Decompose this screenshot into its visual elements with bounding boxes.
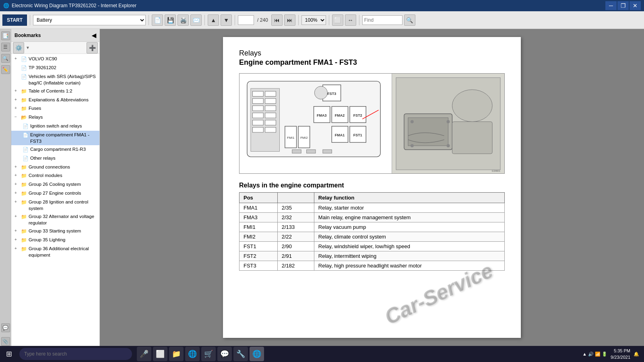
taskbar-tools-button[interactable]: 🔧 bbox=[233, 347, 248, 361]
collapse-icon[interactable]: ◀ bbox=[92, 32, 96, 39]
svg-rect-40 bbox=[452, 122, 492, 154]
tree-label-ground: Ground connections bbox=[29, 164, 98, 170]
expand-icon: + bbox=[14, 173, 20, 178]
taskbar-explorer-button[interactable]: 📁 bbox=[169, 347, 184, 361]
taskbar-search[interactable] bbox=[19, 348, 132, 360]
toolbar-separator-5 bbox=[298, 15, 299, 25]
tree-item-relays[interactable]: − 📂 Relays bbox=[11, 113, 99, 122]
minimize-button[interactable]: ─ bbox=[605, 1, 617, 10]
page-number-input[interactable]: 25 bbox=[238, 15, 254, 25]
folder-icon: 📁 bbox=[21, 246, 27, 253]
tree-item-group32[interactable]: + 📁 Group 32 Alternator and voltage regu… bbox=[11, 212, 99, 227]
toolbar-separator-7 bbox=[359, 15, 359, 25]
tree-label-other: Other relays bbox=[30, 155, 98, 161]
start-button[interactable]: START bbox=[2, 14, 27, 26]
taskbar-chrome-button[interactable]: 🌐 bbox=[185, 347, 200, 361]
page-total: / 240 bbox=[257, 17, 268, 23]
expand-icon: + bbox=[14, 246, 20, 251]
tree-item-cargo[interactable]: 📄 Cargo compartment R1-R3 bbox=[11, 145, 99, 154]
sidebar-settings-button[interactable]: ⚙️ bbox=[13, 42, 24, 53]
tree-label-group36: Group 36 Additional electrical equipment bbox=[29, 245, 98, 258]
fit-width-button[interactable]: ↔ bbox=[345, 14, 356, 26]
taskbar-task-button[interactable]: ⬜ bbox=[153, 347, 167, 361]
svg-text:FST2: FST2 bbox=[353, 113, 362, 117]
taskbar-store-button[interactable]: 🛒 bbox=[201, 347, 216, 361]
tree-item-toc[interactable]: + 📁 Table of Contents 1:2 bbox=[11, 87, 99, 96]
tree-item-group33[interactable]: + 📁 Group 33 Starting system bbox=[11, 227, 99, 236]
tree-label-group32: Group 32 Alternator and voltage regulato… bbox=[29, 213, 98, 226]
tree-item-control[interactable]: + 📁 Control modules bbox=[11, 171, 99, 180]
taskbar-apps: 🎤 ⬜ 📁 🌐 🛒 💬 🔧 🌐 bbox=[137, 347, 264, 361]
open-button[interactable]: 📄 bbox=[152, 14, 163, 26]
print-button[interactable]: 🖨️ bbox=[178, 14, 189, 26]
start-menu-button[interactable]: ⊞ bbox=[0, 346, 18, 362]
find-input[interactable] bbox=[362, 15, 402, 25]
svg-rect-31 bbox=[292, 150, 301, 153]
restore-button[interactable]: ❐ bbox=[617, 1, 629, 10]
relay-diagram-svg: FMI1 FMI2 FST3 FMA3 FMA2 bbox=[244, 78, 388, 160]
zoom-select[interactable]: 100% 75% 125% 150% bbox=[301, 15, 326, 25]
svg-text:FST3: FST3 bbox=[327, 92, 336, 96]
svg-rect-3 bbox=[265, 91, 276, 97]
sidebar-add-button[interactable]: ➕ bbox=[87, 42, 98, 53]
save-button[interactable]: 💾 bbox=[165, 14, 176, 26]
page-select[interactable]: Battery bbox=[33, 15, 146, 25]
next-button[interactable]: ▼ bbox=[221, 14, 232, 26]
notifications[interactable]: 🔔 bbox=[634, 352, 639, 357]
tree-item-fuses[interactable]: + 📁 Fuses bbox=[11, 104, 99, 113]
tree-item-group36[interactable]: + 📁 Group 36 Additional electrical equip… bbox=[11, 245, 99, 259]
tree-label-engine-comp: Engine compartment FMA1 - FST3 bbox=[30, 132, 98, 144]
last-page-button[interactable]: ⏭ bbox=[284, 14, 295, 26]
expand-icon: + bbox=[14, 56, 20, 62]
taskbar-mic-button[interactable]: 🎤 bbox=[137, 347, 151, 361]
svg-point-39 bbox=[452, 90, 492, 122]
col-function: Relay function bbox=[314, 193, 504, 203]
tree-item-volvo[interactable]: + 📄 VOLVO XC90 bbox=[11, 55, 99, 64]
tree-item-ground[interactable]: + 📁 Ground connections bbox=[11, 163, 99, 172]
tree-label-group28: Group 28 Ignition and control system bbox=[29, 199, 98, 212]
tree-item-group27[interactable]: + 📁 Group 27 Engine controls bbox=[11, 189, 99, 198]
first-page-button[interactable]: ⏮ bbox=[271, 14, 283, 26]
svg-text:FST1: FST1 bbox=[353, 133, 362, 137]
svg-point-43 bbox=[411, 144, 414, 147]
fit-page-button[interactable]: ⬜ bbox=[332, 14, 343, 26]
folder-icon: 📁 bbox=[21, 199, 27, 206]
table-row: FST3 2/182 Relay, high pressure headligh… bbox=[239, 261, 505, 271]
tree-item-other-relays[interactable]: 📄 Other relays bbox=[11, 154, 99, 163]
cell-ref: 2/182 bbox=[277, 261, 314, 271]
cell-pos: FST1 bbox=[239, 242, 278, 251]
titlebar-right: ─ ❐ ✕ bbox=[605, 1, 641, 10]
email-button[interactable]: ✉️ bbox=[190, 14, 202, 26]
comments-icon[interactable]: 💬 bbox=[1, 323, 10, 332]
svg-point-42 bbox=[447, 120, 450, 123]
tree-label-relays: Relays bbox=[29, 114, 98, 120]
toolbar-separator bbox=[30, 15, 30, 25]
attach-icon[interactable]: 📎 bbox=[1, 337, 10, 346]
tree-item-group35[interactable]: + 📁 Group 35 Lighting bbox=[11, 236, 99, 245]
cell-ref: 2/133 bbox=[277, 222, 314, 232]
folder-icon: 📁 bbox=[21, 105, 27, 112]
bookmarks-icon[interactable]: 📑 bbox=[1, 31, 10, 40]
prev-button[interactable]: ▲ bbox=[208, 14, 219, 26]
find-button[interactable]: 🔍 bbox=[404, 14, 415, 26]
tree-label-group27: Group 27 Engine controls bbox=[29, 190, 98, 196]
expand-icon: − bbox=[14, 114, 20, 120]
tree-item-group26[interactable]: + 📁 Group 26 Cooling system bbox=[11, 180, 99, 189]
svg-rect-33 bbox=[323, 150, 332, 153]
cell-function: Relay, climate control system bbox=[314, 232, 504, 242]
tree-item-group28[interactable]: + 📁 Group 28 Ignition and control system bbox=[11, 198, 99, 212]
layers-icon[interactable]: ☰ bbox=[1, 43, 10, 51]
taskbar-ie-button[interactable]: 🌐 bbox=[250, 347, 264, 361]
signature-icon[interactable]: ✏️ bbox=[1, 65, 10, 74]
tree-item-ignition-sw[interactable]: 📄 Ignition switch and relays bbox=[11, 122, 99, 131]
tree-item-engine-comp[interactable]: 📄 Engine compartment FMA1 - FST3 bbox=[11, 131, 99, 145]
folder-icon: 📁 bbox=[21, 88, 27, 95]
search-icon[interactable]: 🔍 bbox=[1, 54, 10, 63]
taskbar-msg-button[interactable]: 💬 bbox=[217, 347, 232, 361]
cell-pos: FMA1 bbox=[239, 203, 278, 213]
svg-rect-8 bbox=[252, 113, 263, 118]
tree-item-expl[interactable]: + 📁 Explanations & Abbreviations bbox=[11, 96, 99, 105]
close-button[interactable]: ✕ bbox=[630, 1, 641, 10]
tree-item-tp[interactable]: 📄 TP 39261202 bbox=[11, 64, 99, 72]
tree-item-vehicles[interactable]: 📄 Vehicles with SRS (Airbag)/SIPS bag/IC… bbox=[11, 72, 99, 87]
